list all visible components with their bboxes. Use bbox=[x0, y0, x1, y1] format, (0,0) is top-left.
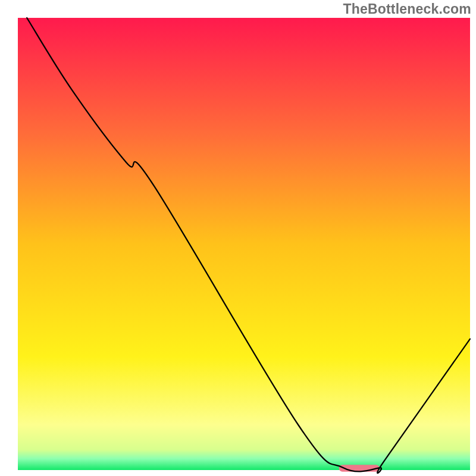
bottleneck-chart bbox=[0, 0, 476, 476]
gradient-background bbox=[18, 18, 470, 470]
watermark-text: TheBottleneck.com bbox=[343, 1, 471, 17]
